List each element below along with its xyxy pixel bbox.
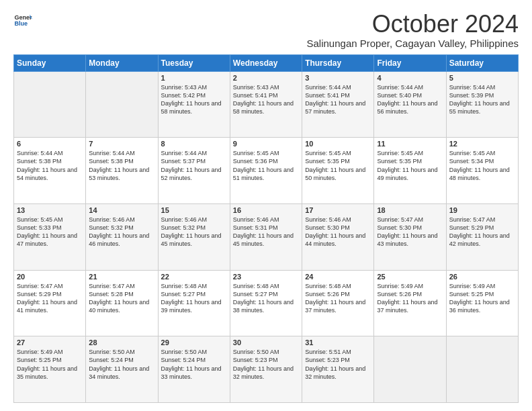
cell-info: Sunrise: 5:47 AMSunset: 5:28 PMDaylight:… bbox=[89, 283, 149, 314]
calendar-cell: 26 Sunrise: 5:49 AMSunset: 5:25 PMDaylig… bbox=[446, 270, 518, 336]
calendar-cell: 25 Sunrise: 5:49 AMSunset: 5:26 PMDaylig… bbox=[374, 270, 446, 336]
col-header-thursday: Thursday bbox=[302, 54, 374, 71]
col-header-sunday: Sunday bbox=[14, 54, 86, 71]
cell-info: Sunrise: 5:49 AMSunset: 5:25 PMDaylight:… bbox=[449, 283, 510, 314]
calendar-cell: 9 Sunrise: 5:45 AMSunset: 5:36 PMDayligh… bbox=[230, 138, 302, 204]
calendar-cell: 8 Sunrise: 5:44 AMSunset: 5:37 PMDayligh… bbox=[158, 138, 230, 204]
cell-info: Sunrise: 5:49 AMSunset: 5:25 PMDaylight:… bbox=[17, 349, 77, 379]
calendar-cell bbox=[86, 71, 158, 138]
cell-info: Sunrise: 5:44 AMSunset: 5:40 PMDaylight:… bbox=[377, 84, 437, 115]
col-header-saturday: Saturday bbox=[446, 54, 518, 71]
calendar-cell: 12 Sunrise: 5:45 AMSunset: 5:34 PMDaylig… bbox=[446, 138, 518, 204]
day-number: 21 bbox=[89, 273, 154, 281]
logo: General Blue bbox=[13, 11, 32, 30]
week-row-2: 13 Sunrise: 5:45 AMSunset: 5:33 PMDaylig… bbox=[14, 203, 519, 270]
day-number: 19 bbox=[449, 206, 515, 214]
col-header-friday: Friday bbox=[374, 54, 446, 71]
header-right: October 2024 Salinungan Proper, Cagayan … bbox=[307, 11, 519, 49]
cell-info: Sunrise: 5:51 AMSunset: 5:23 PMDaylight:… bbox=[305, 349, 365, 379]
cell-info: Sunrise: 5:44 AMSunset: 5:38 PMDaylight:… bbox=[89, 150, 149, 181]
cell-info: Sunrise: 5:45 AMSunset: 5:35 PMDaylight:… bbox=[377, 150, 437, 181]
calendar-cell: 1 Sunrise: 5:43 AMSunset: 5:42 PMDayligh… bbox=[158, 71, 230, 138]
cell-info: Sunrise: 5:45 AMSunset: 5:34 PMDaylight:… bbox=[449, 150, 510, 181]
cell-info: Sunrise: 5:45 AMSunset: 5:33 PMDaylight:… bbox=[17, 216, 77, 247]
svg-text:Blue: Blue bbox=[14, 20, 28, 27]
day-number: 8 bbox=[161, 140, 227, 148]
day-number: 5 bbox=[449, 74, 515, 82]
location: Salinungan Proper, Cagayan Valley, Phili… bbox=[307, 38, 519, 49]
calendar-cell: 5 Sunrise: 5:44 AMSunset: 5:39 PMDayligh… bbox=[446, 71, 518, 138]
day-number: 18 bbox=[377, 206, 443, 214]
cell-info: Sunrise: 5:44 AMSunset: 5:37 PMDaylight:… bbox=[161, 150, 222, 181]
day-number: 31 bbox=[305, 338, 371, 347]
calendar-cell: 11 Sunrise: 5:45 AMSunset: 5:35 PMDaylig… bbox=[374, 138, 446, 204]
cell-info: Sunrise: 5:48 AMSunset: 5:27 PMDaylight:… bbox=[233, 283, 294, 314]
cell-info: Sunrise: 5:47 AMSunset: 5:29 PMDaylight:… bbox=[449, 216, 510, 247]
day-number: 12 bbox=[449, 140, 515, 148]
calendar-cell: 18 Sunrise: 5:47 AMSunset: 5:30 PMDaylig… bbox=[374, 203, 446, 270]
week-row-3: 20 Sunrise: 5:47 AMSunset: 5:29 PMDaylig… bbox=[14, 270, 519, 336]
cell-info: Sunrise: 5:50 AMSunset: 5:24 PMDaylight:… bbox=[89, 349, 149, 379]
day-number: 26 bbox=[449, 273, 515, 281]
calendar-cell: 22 Sunrise: 5:48 AMSunset: 5:27 PMDaylig… bbox=[158, 270, 230, 336]
week-row-1: 6 Sunrise: 5:44 AMSunset: 5:38 PMDayligh… bbox=[14, 138, 519, 204]
calendar-cell: 29 Sunrise: 5:50 AMSunset: 5:24 PMDaylig… bbox=[158, 336, 230, 403]
cell-info: Sunrise: 5:44 AMSunset: 5:39 PMDaylight:… bbox=[449, 84, 510, 115]
day-number: 22 bbox=[161, 273, 227, 281]
calendar-cell: 27 Sunrise: 5:49 AMSunset: 5:25 PMDaylig… bbox=[14, 336, 86, 403]
calendar-cell: 3 Sunrise: 5:44 AMSunset: 5:41 PMDayligh… bbox=[302, 71, 374, 138]
calendar-cell: 21 Sunrise: 5:47 AMSunset: 5:28 PMDaylig… bbox=[86, 270, 158, 336]
cell-info: Sunrise: 5:50 AMSunset: 5:24 PMDaylight:… bbox=[161, 349, 222, 379]
calendar-cell: 2 Sunrise: 5:43 AMSunset: 5:41 PMDayligh… bbox=[230, 71, 302, 138]
day-number: 11 bbox=[377, 140, 443, 148]
day-number: 7 bbox=[89, 140, 154, 148]
calendar-cell: 7 Sunrise: 5:44 AMSunset: 5:38 PMDayligh… bbox=[86, 138, 158, 204]
cell-info: Sunrise: 5:43 AMSunset: 5:41 PMDaylight:… bbox=[233, 84, 294, 115]
col-header-tuesday: Tuesday bbox=[158, 54, 230, 71]
day-number: 15 bbox=[161, 206, 227, 214]
cell-info: Sunrise: 5:46 AMSunset: 5:31 PMDaylight:… bbox=[233, 216, 294, 247]
calendar-cell: 13 Sunrise: 5:45 AMSunset: 5:33 PMDaylig… bbox=[14, 203, 86, 270]
day-number: 24 bbox=[305, 273, 371, 281]
cell-info: Sunrise: 5:48 AMSunset: 5:27 PMDaylight:… bbox=[161, 283, 222, 314]
calendar-cell: 6 Sunrise: 5:44 AMSunset: 5:38 PMDayligh… bbox=[14, 138, 86, 204]
calendar-cell: 19 Sunrise: 5:47 AMSunset: 5:29 PMDaylig… bbox=[446, 203, 518, 270]
col-header-monday: Monday bbox=[86, 54, 158, 71]
cell-info: Sunrise: 5:46 AMSunset: 5:32 PMDaylight:… bbox=[161, 216, 222, 247]
page: General Blue October 2024 Salinungan Pro… bbox=[0, 0, 532, 411]
calendar-cell: 23 Sunrise: 5:48 AMSunset: 5:27 PMDaylig… bbox=[230, 270, 302, 336]
cell-info: Sunrise: 5:47 AMSunset: 5:30 PMDaylight:… bbox=[377, 216, 437, 247]
day-number: 27 bbox=[17, 338, 83, 347]
col-header-wednesday: Wednesday bbox=[230, 54, 302, 71]
calendar-header-row: SundayMondayTuesdayWednesdayThursdayFrid… bbox=[14, 54, 519, 71]
cell-info: Sunrise: 5:50 AMSunset: 5:23 PMDaylight:… bbox=[233, 349, 294, 379]
week-row-0: 1 Sunrise: 5:43 AMSunset: 5:42 PMDayligh… bbox=[14, 71, 519, 138]
cell-info: Sunrise: 5:45 AMSunset: 5:36 PMDaylight:… bbox=[233, 150, 294, 181]
calendar-cell: 10 Sunrise: 5:45 AMSunset: 5:35 PMDaylig… bbox=[302, 138, 374, 204]
calendar-cell: 16 Sunrise: 5:46 AMSunset: 5:31 PMDaylig… bbox=[230, 203, 302, 270]
day-number: 28 bbox=[89, 338, 154, 347]
logo-icon: General Blue bbox=[13, 11, 32, 30]
day-number: 3 bbox=[305, 74, 371, 82]
day-number: 2 bbox=[233, 74, 299, 82]
day-number: 9 bbox=[233, 140, 299, 148]
day-number: 17 bbox=[305, 206, 371, 214]
cell-info: Sunrise: 5:49 AMSunset: 5:26 PMDaylight:… bbox=[377, 283, 437, 314]
calendar-cell bbox=[14, 71, 86, 138]
cell-info: Sunrise: 5:48 AMSunset: 5:26 PMDaylight:… bbox=[305, 283, 365, 314]
header: General Blue October 2024 Salinungan Pro… bbox=[13, 11, 519, 49]
day-number: 29 bbox=[161, 338, 227, 347]
day-number: 13 bbox=[17, 206, 83, 214]
cell-info: Sunrise: 5:45 AMSunset: 5:35 PMDaylight:… bbox=[305, 150, 365, 181]
day-number: 16 bbox=[233, 206, 299, 214]
calendar-cell: 17 Sunrise: 5:46 AMSunset: 5:30 PMDaylig… bbox=[302, 203, 374, 270]
calendar: SundayMondayTuesdayWednesdayThursdayFrid… bbox=[13, 54, 519, 403]
calendar-cell: 14 Sunrise: 5:46 AMSunset: 5:32 PMDaylig… bbox=[86, 203, 158, 270]
week-row-4: 27 Sunrise: 5:49 AMSunset: 5:25 PMDaylig… bbox=[14, 336, 519, 403]
month-title: October 2024 bbox=[307, 11, 519, 38]
day-number: 1 bbox=[161, 74, 227, 82]
calendar-cell: 28 Sunrise: 5:50 AMSunset: 5:24 PMDaylig… bbox=[86, 336, 158, 403]
cell-info: Sunrise: 5:46 AMSunset: 5:30 PMDaylight:… bbox=[305, 216, 365, 247]
calendar-cell bbox=[446, 336, 518, 403]
day-number: 10 bbox=[305, 140, 371, 148]
